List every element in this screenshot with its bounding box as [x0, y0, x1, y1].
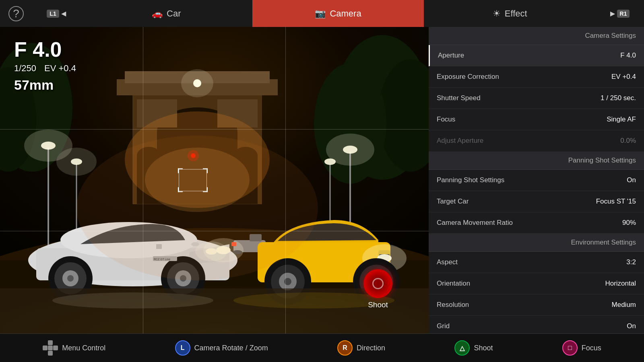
direction-label: Direction	[357, 344, 385, 352]
resolution-label: Resolution	[437, 301, 469, 309]
dpad-right	[53, 346, 58, 350]
camera-label: Camera	[330, 8, 361, 19]
grid-horizontal-2	[0, 231, 429, 231]
movement-ratio-row[interactable]: Camera Movement Ratio 90%	[429, 212, 644, 234]
nav-effect[interactable]: ☀ Effect	[424, 0, 596, 27]
l-button-label: L	[181, 344, 185, 352]
dpad-center	[48, 346, 53, 350]
right-panel: Camera Settings Aperture F 4.0 Exposure …	[429, 27, 644, 333]
camera-rotate-label: Camera Rotate / Zoom	[194, 344, 268, 352]
focus-bottom-label: Focus	[582, 344, 601, 352]
effect-icon: ☀	[493, 8, 501, 19]
l1-arrow-icon: ◀	[61, 10, 66, 17]
movement-ratio-label: Camera Movement Ratio	[437, 219, 513, 227]
l-button-icon: L	[175, 340, 190, 356]
dpad-down	[48, 351, 53, 356]
square-label: □	[568, 344, 572, 352]
dpad-icon	[43, 340, 58, 356]
r1-nav[interactable]: ▶ R1	[596, 10, 644, 18]
grid-horizontal-1	[0, 129, 429, 130]
help-button[interactable]: ?	[0, 6, 32, 21]
camera-icon: 📷	[315, 8, 326, 19]
aperture-row[interactable]: Aperture F 4.0	[429, 45, 644, 66]
orientation-row[interactable]: Orientation Horizontal	[429, 273, 644, 294]
grid-value: On	[627, 322, 636, 330]
resolution-row[interactable]: Resolution Medium	[429, 294, 644, 316]
panning-row[interactable]: Panning Shot Settings On	[429, 170, 644, 191]
grid-label: Grid	[437, 322, 450, 330]
aspect-row[interactable]: Aspect 3:2	[429, 252, 644, 273]
shoot-label: Shoot	[368, 300, 388, 309]
bottom-bar: Menu Control L Camera Rotate / Zoom R Di…	[0, 333, 644, 362]
r-button-label: R	[343, 344, 347, 352]
r1-arrow-icon: ▶	[610, 10, 615, 17]
environment-settings-header: Environment Settings	[429, 234, 644, 252]
effect-label: Effect	[505, 8, 527, 19]
r1-badge: R1	[617, 10, 630, 18]
bottom-shoot: △ Shoot	[454, 340, 493, 356]
exposure-value: EV +0.4	[611, 73, 636, 81]
camera-viewport: RCZ GT Line F 4.0	[0, 27, 429, 333]
bottom-direction: R Direction	[337, 340, 385, 356]
resolution-value: Medium	[612, 301, 636, 309]
top-nav-bar: ? L1 ◀ 🚗 Car 📷 Camera ☀ Effect ▶ R1	[0, 0, 644, 27]
aspect-label: Aspect	[437, 258, 458, 266]
shoot-inner-ring	[372, 278, 384, 289]
focus-row[interactable]: Focus Single AF	[429, 109, 644, 130]
panning-settings-header: Panning Shot Settings	[429, 152, 644, 170]
focus-box	[179, 169, 207, 191]
triangle-button-icon: △	[454, 340, 470, 356]
grid-vertical-1	[143, 27, 143, 333]
exposure-row[interactable]: Exposure Correction EV +0.4	[429, 66, 644, 88]
panning-label: Panning Shot Settings	[437, 176, 504, 184]
shutter-row[interactable]: Shutter Speed 1 / 250 sec.	[429, 88, 644, 109]
focus-corner-tr	[203, 169, 208, 173]
shoot-bottom-label: Shoot	[474, 344, 493, 352]
adjust-value: 0.0%	[620, 137, 636, 145]
triangle-label: △	[460, 344, 464, 352]
car-icon: 🚗	[152, 8, 163, 19]
focus-corner-tl	[178, 169, 183, 173]
focus-corner-br	[203, 187, 208, 192]
orientation-label: Orientation	[437, 280, 470, 288]
aperture-label: Aperture	[438, 51, 464, 60]
car-label: Car	[167, 8, 181, 19]
adjust-label: Adjust Aperture	[437, 137, 483, 145]
shoot-circle-icon	[363, 269, 392, 298]
movement-ratio-value: 90%	[622, 219, 636, 227]
bottom-menu-control: Menu Control	[43, 340, 105, 356]
bottom-camera-rotate: L Camera Rotate / Zoom	[175, 340, 268, 356]
target-car-row[interactable]: Target Car Focus ST '15	[429, 191, 644, 212]
grid-vertical-2	[285, 27, 286, 333]
focus-corner-bl	[178, 187, 183, 192]
square-button-icon: □	[562, 340, 578, 356]
dpad-left	[43, 346, 47, 350]
focus-value: Single AF	[607, 115, 636, 123]
aperture-value: F 4.0	[620, 51, 636, 60]
aspect-value: 3:2	[626, 258, 636, 266]
bottom-focus: □ Focus	[562, 340, 601, 356]
adjust-aperture-row: Adjust Aperture 0.0%	[429, 130, 644, 152]
shutter-value: 1 / 250 sec.	[601, 94, 636, 102]
l1-badge: L1	[47, 10, 59, 18]
nav-camera[interactable]: 📷 Camera	[252, 0, 424, 27]
l1-nav[interactable]: L1 ◀	[32, 10, 80, 18]
panning-value: On	[627, 176, 636, 184]
help-icon: ?	[8, 6, 24, 21]
target-car-value: Focus ST '15	[596, 197, 636, 206]
camera-settings-header: Camera Settings	[429, 27, 644, 45]
r-button-icon: R	[337, 340, 353, 356]
nav-car[interactable]: 🚗 Car	[80, 0, 252, 27]
shoot-button[interactable]: Shoot	[363, 269, 392, 309]
exposure-label: Exposure Correction	[437, 73, 499, 81]
target-car-label: Target Car	[437, 197, 469, 206]
dpad-up	[48, 340, 53, 345]
shutter-label: Shutter Speed	[437, 94, 481, 102]
menu-control-label: Menu Control	[62, 344, 105, 352]
grid-row[interactable]: Grid On	[429, 316, 644, 333]
focus-label: Focus	[437, 115, 455, 123]
orientation-value: Horizontal	[605, 280, 636, 288]
